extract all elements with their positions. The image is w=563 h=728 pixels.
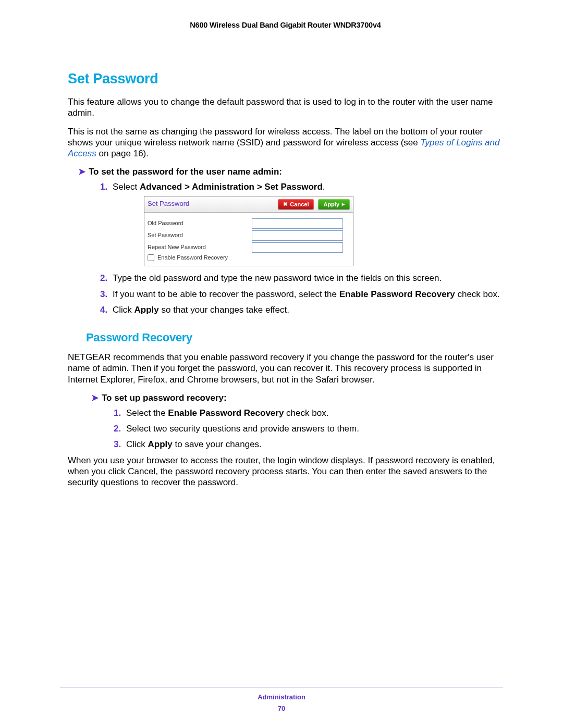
footer-rule (60, 687, 503, 687)
step-list: 1. Select Advanced > Administration > Se… (100, 181, 503, 315)
text: If you want to be able to recover the pa… (113, 289, 339, 299)
form-row-set-password: Set Password (148, 230, 350, 241)
text: check box. (455, 289, 500, 299)
text: . (323, 182, 325, 192)
text: check box. (284, 408, 328, 418)
field-label: Set Password (148, 232, 252, 239)
heading-password-recovery: Password Recovery (86, 331, 503, 344)
footer-page-number: 70 (0, 705, 563, 712)
step-item: 3. Click Apply to save your changes. (114, 439, 503, 450)
set-password-dialog: Set Password ✖Cancel Apply▸ Old Password (144, 196, 353, 267)
button-label: Cancel (290, 200, 309, 208)
cancel-button[interactable]: ✖Cancel (278, 199, 314, 209)
text: Select the (126, 408, 168, 418)
old-password-input[interactable] (252, 218, 343, 229)
text: Select two security questions and provid… (126, 424, 359, 434)
paragraph: When you use your browser to access the … (68, 455, 503, 488)
text: to save your changes. (173, 439, 262, 449)
step-item: 3. If you want to be able to recover the… (100, 289, 503, 300)
checkbox-label: Enable Password Recovery (157, 254, 228, 262)
manual-page: N600 Wireless Dual Band Gigabit Router W… (0, 0, 563, 728)
apply-button[interactable]: Apply▸ (318, 199, 350, 209)
ui-term: Enable Password Recovery (168, 408, 284, 418)
step-number: 2. (114, 423, 121, 434)
step-number: 3. (100, 289, 107, 300)
field-label: Old Password (148, 220, 252, 227)
dialog-body: Old Password Set Password Repeat New Pas… (144, 213, 353, 266)
enable-recovery-checkbox[interactable] (148, 254, 154, 261)
ui-path: Advanced > Administration > Set Password (140, 182, 323, 192)
set-password-input[interactable] (252, 230, 343, 241)
step-number: 3. (114, 439, 121, 450)
text: Click (126, 439, 148, 449)
step-number: 1. (114, 408, 121, 418)
text: Type the old password and type the new p… (113, 273, 442, 283)
button-label: Apply (323, 200, 339, 208)
task-heading-text: To set up password recovery: (102, 393, 227, 403)
close-icon: ✖ (283, 200, 287, 208)
paragraph: This is not the same as changing the pas… (68, 126, 503, 159)
ui-term: Enable Password Recovery (339, 289, 455, 299)
text: Select (113, 182, 140, 192)
text: Click (113, 305, 134, 315)
step-item: 2. Select two security questions and pro… (114, 423, 503, 434)
form-row-repeat-password: Repeat New Password (148, 242, 350, 253)
task-heading: ➤To set up password recovery: (91, 392, 503, 403)
page-header-product: N600 Wireless Dual Band Gigabit Router W… (68, 21, 503, 29)
step-number: 4. (100, 304, 107, 315)
play-icon: ▸ (342, 200, 345, 208)
text: so that your changes take effect. (159, 305, 289, 315)
chevron-right-icon: ➤ (78, 167, 85, 177)
chevron-right-icon: ➤ (91, 393, 99, 403)
text: on page 16). (96, 149, 149, 158)
dialog-titlebar: Set Password ✖Cancel Apply▸ (144, 196, 353, 213)
ui-term: Apply (134, 305, 159, 315)
dialog-title: Set Password (148, 200, 189, 208)
paragraph: This feature allows you to change the de… (68, 96, 503, 119)
repeat-password-input[interactable] (252, 242, 343, 253)
task-heading-text: To set the password for the user name ad… (89, 167, 282, 177)
form-row-old-password: Old Password (148, 218, 350, 229)
paragraph: NETGEAR recommends that you enable passw… (68, 352, 503, 385)
step-number: 2. (100, 273, 107, 283)
ui-term: Apply (148, 439, 173, 449)
field-label: Repeat New Password (148, 244, 252, 251)
form-row-enable-recovery: Enable Password Recovery (148, 254, 350, 262)
footer-section-label: Administration (0, 693, 563, 701)
step-item: 1. Select Advanced > Administration > Se… (100, 181, 503, 266)
step-list: 1. Select the Enable Password Recovery c… (114, 408, 503, 450)
step-item: 1. Select the Enable Password Recovery c… (114, 408, 503, 418)
heading-set-password: Set Password (68, 71, 503, 87)
task-heading: ➤To set the password for the user name a… (78, 166, 503, 177)
step-number: 1. (100, 181, 107, 192)
step-item: 2. Type the old password and type the ne… (100, 273, 503, 283)
step-item: 4. Click Apply so that your changes take… (100, 304, 503, 315)
